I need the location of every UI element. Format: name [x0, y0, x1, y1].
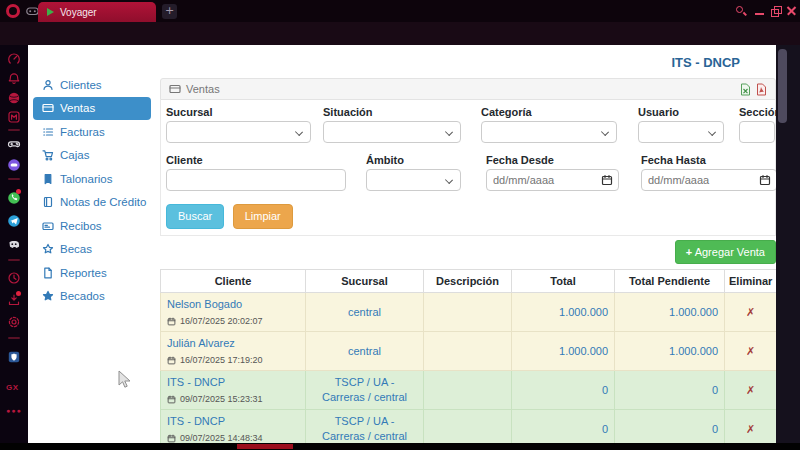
- settings-gear-icon[interactable]: [7, 315, 21, 329]
- venta-fecha: 16/07/2025 17:19:20: [180, 355, 263, 365]
- ambito-select[interactable]: [366, 169, 461, 191]
- close-window-button[interactable]: [786, 5, 798, 17]
- tab-title: Voyager: [60, 7, 97, 18]
- capture-artifact: [237, 444, 293, 449]
- cliente-link[interactable]: ITS - DNCP: [167, 376, 225, 388]
- col-total[interactable]: Total: [512, 270, 615, 293]
- whatsapp-badge: [16, 189, 21, 194]
- sidebar-item-notas-de-credito[interactable]: Notas de Crédito: [28, 191, 158, 215]
- export-pdf-icon[interactable]: [756, 83, 767, 96]
- discord-icon[interactable]: [7, 237, 21, 251]
- table-header-row: Cliente Sucursal Descripción Total Total…: [161, 270, 777, 293]
- categoria-select[interactable]: [481, 121, 617, 143]
- ventas-table: Cliente Sucursal Descripción Total Total…: [160, 269, 776, 443]
- minimize-window-button[interactable]: [754, 5, 766, 17]
- fecha-desde-input[interactable]: [486, 169, 619, 191]
- restore-window-button[interactable]: [770, 5, 782, 17]
- fecha-desde-label: Fecha Desde: [486, 154, 619, 166]
- sidebar-item-label: Clientes: [60, 79, 102, 91]
- situacion-select[interactable]: [323, 121, 461, 143]
- book-icon: [42, 196, 54, 208]
- seccion-input[interactable]: [739, 121, 775, 143]
- table-row: Julián Alvarez 16/07/2025 17:19:20 centr…: [161, 332, 777, 371]
- export-excel-icon[interactable]: [740, 83, 751, 96]
- col-total-pendiente[interactable]: Total Pendiente: [615, 270, 725, 293]
- col-descripcion[interactable]: Descripción: [424, 270, 512, 293]
- seccion-label: Sección: [739, 106, 775, 118]
- agregar-venta-button[interactable]: + Agregar Venta: [675, 240, 776, 264]
- sidebar-item-becados[interactable]: Becados: [28, 285, 158, 309]
- scrollbar-thumb[interactable]: [778, 49, 787, 123]
- venta-fecha: 16/07/2025 20:02:07: [180, 316, 263, 326]
- venta-sucursal: TSCP / UA - Carreras / central: [306, 410, 424, 444]
- sidebar-item-becas[interactable]: Becas: [28, 238, 158, 262]
- sidebar-item-talonarios[interactable]: Talonarios: [28, 167, 158, 191]
- cliente-link[interactable]: ITS - DNCP: [167, 415, 225, 427]
- col-sucursal[interactable]: Sucursal: [306, 270, 424, 293]
- search-icon[interactable]: [735, 5, 747, 17]
- col-eliminar[interactable]: Eliminar: [725, 270, 777, 293]
- calendar-icon: [167, 434, 176, 443]
- buscar-button[interactable]: Buscar: [166, 204, 224, 229]
- star-filled-icon: [42, 290, 54, 302]
- downloads-tray-icon[interactable]: [7, 293, 21, 307]
- sidebar-item-ventas[interactable]: Ventas: [33, 97, 151, 121]
- browser-tab-voyager[interactable]: Voyager: [38, 2, 156, 22]
- messenger-icon[interactable]: [7, 110, 21, 124]
- sidebar-item-cajas[interactable]: Cajas: [28, 144, 158, 168]
- calendar-icon[interactable]: [759, 174, 771, 186]
- limpiar-button[interactable]: Limpiar: [233, 204, 293, 229]
- cliente-label: Cliente: [166, 154, 346, 166]
- agregar-venta-label: Agregar Venta: [695, 246, 765, 258]
- sidebar-item-facturas[interactable]: Facturas: [28, 120, 158, 144]
- delete-venta-button[interactable]: ✗: [725, 293, 777, 332]
- table-row: ITS - DNCP 09/07/2025 14:48:34 TSCP / UA…: [161, 410, 777, 444]
- delete-venta-button[interactable]: ✗: [725, 332, 777, 371]
- venta-total: 1.000.000: [512, 293, 615, 332]
- delete-venta-button[interactable]: ✗: [725, 410, 777, 444]
- table-row: Nelson Bogado 16/07/2025 20:02:07 centra…: [161, 293, 777, 332]
- dock-divider: [8, 337, 20, 339]
- calendar-icon[interactable]: [601, 174, 613, 186]
- sucursal-label: Sucursal: [166, 106, 311, 118]
- plus-icon: +: [686, 246, 692, 258]
- venta-total: 1.000.000: [512, 332, 615, 371]
- opera-gx-logo-icon[interactable]: [6, 4, 20, 18]
- browser-address-bar[interactable]: ‹ › ↻ dncpdev.espy.cloud/#/prc/ventas/li…: [0, 22, 800, 45]
- col-cliente[interactable]: Cliente: [161, 270, 306, 293]
- person-icon: [42, 79, 54, 91]
- sidebar-item-reportes[interactable]: Reportes: [28, 261, 158, 285]
- telegram-icon[interactable]: [7, 214, 21, 228]
- sidebar-item-label: Talonarios: [60, 173, 112, 185]
- usuario-label: Usuario: [638, 106, 724, 118]
- delete-venta-button[interactable]: ✗: [725, 371, 777, 410]
- gx-logo-icon[interactable]: GX: [6, 383, 20, 397]
- twitch-icon[interactable]: [7, 158, 21, 172]
- downloads-badge: [16, 291, 21, 296]
- calendar-icon: [167, 395, 176, 404]
- bitwarden-extension-icon[interactable]: [7, 350, 21, 364]
- chevron-down-icon: [445, 128, 453, 136]
- cliente-link[interactable]: Nelson Bogado: [167, 298, 242, 310]
- fecha-hasta-input[interactable]: [641, 169, 776, 191]
- sidebar-item-clientes[interactable]: Clientes: [28, 73, 158, 97]
- sidebar-item-recibos[interactable]: Recibos: [28, 214, 158, 238]
- notifications-bell-icon[interactable]: [7, 72, 21, 86]
- cliente-input[interactable]: [166, 169, 346, 191]
- dock-overflow-icon[interactable]: ●●●: [6, 407, 20, 421]
- game-controller-icon[interactable]: [7, 137, 21, 151]
- cliente-link[interactable]: Julián Alvarez: [167, 337, 235, 349]
- history-clock-icon[interactable]: [7, 271, 21, 285]
- sucursal-select[interactable]: [166, 121, 311, 143]
- page-scrollbar[interactable]: [776, 45, 800, 443]
- gx-mods-ball-icon[interactable]: [7, 91, 21, 105]
- usuario-select[interactable]: [638, 121, 724, 143]
- venta-descripcion: [424, 332, 512, 371]
- whatsapp-icon[interactable]: [7, 191, 21, 205]
- venta-total: 0: [512, 410, 615, 444]
- new-tab-button[interactable]: +: [162, 4, 177, 19]
- chevron-down-icon: [708, 128, 716, 136]
- gx-corner-speedometer-icon[interactable]: [7, 52, 21, 66]
- venta-total: 0: [512, 371, 615, 410]
- situacion-label: Situación: [323, 106, 461, 118]
